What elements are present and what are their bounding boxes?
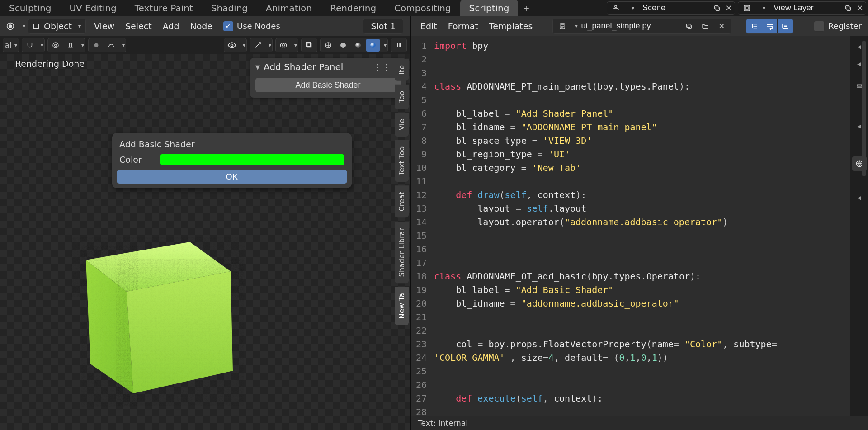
code-line[interactable]: bl_category = 'New Tab' bbox=[434, 161, 846, 175]
use-nodes-toggle[interactable]: ✓ Use Nodes bbox=[221, 21, 280, 31]
color-swatch[interactable] bbox=[160, 154, 344, 165]
code-line[interactable] bbox=[434, 66, 846, 80]
chevron-down-icon[interactable]: ▾ bbox=[23, 23, 25, 29]
n-panel-tab[interactable]: Shader Librar bbox=[395, 222, 409, 283]
scene-copy-icon[interactable] bbox=[711, 1, 723, 15]
shading-rendered-icon[interactable] bbox=[366, 39, 380, 52]
code-line[interactable]: def draw(self, context): bbox=[434, 188, 846, 202]
editor-type-icon[interactable] bbox=[4, 19, 17, 33]
code-line[interactable]: bl_label = "Add Shader Panel" bbox=[434, 107, 846, 120]
chevron-down-icon[interactable]: ▾ bbox=[243, 42, 245, 48]
curve-icon[interactable] bbox=[104, 39, 118, 52]
code-line[interactable]: bl_label = "Add Basic Shader" bbox=[434, 283, 846, 297]
chevron-left-icon[interactable]: ◂ bbox=[852, 190, 867, 204]
menu-edit[interactable]: Edit bbox=[415, 21, 443, 31]
code-line[interactable] bbox=[434, 364, 846, 378]
gizmo-icon[interactable] bbox=[251, 39, 264, 52]
n-panel-tab[interactable]: New Ta bbox=[395, 287, 409, 325]
code-line[interactable]: bl_region_type = 'UI' bbox=[434, 147, 846, 161]
code-line[interactable] bbox=[434, 242, 846, 256]
code-line[interactable]: 'COLOR_GAMMA' , size=4, default= (0,1,0,… bbox=[434, 351, 846, 364]
snap-icon[interactable] bbox=[23, 39, 37, 52]
code-line[interactable] bbox=[434, 310, 846, 324]
workspace-tab-shading[interactable]: Shading bbox=[202, 0, 257, 16]
menu-node[interactable]: Node bbox=[184, 21, 218, 31]
proportional-edit-icon[interactable] bbox=[49, 39, 62, 52]
menu-templates[interactable]: Templates bbox=[484, 21, 538, 31]
scene-name-input[interactable] bbox=[639, 3, 711, 13]
material-slot-dropdown[interactable]: Slot 1 bbox=[363, 19, 403, 34]
overlay-icon[interactable] bbox=[277, 39, 290, 52]
interaction-mode-dropdown[interactable]: Object ▾ bbox=[28, 19, 86, 34]
menu-format[interactable]: Format bbox=[443, 21, 484, 31]
pause-render-icon[interactable] bbox=[392, 39, 406, 52]
code-line[interactable]: bl_space_type = 'VIEW_3D' bbox=[434, 134, 846, 147]
chevron-down-icon[interactable]: ▾ bbox=[81, 42, 84, 48]
circle-icon[interactable] bbox=[90, 39, 103, 52]
text-file-selector[interactable]: ▾ ✕ bbox=[552, 19, 731, 34]
shading-solid-icon[interactable] bbox=[336, 39, 350, 52]
code-line[interactable]: bl_idname = "ADDONNAME_PT_main_panel" bbox=[434, 120, 846, 134]
shading-matprev-icon[interactable] bbox=[351, 39, 365, 52]
register-toggle[interactable]: Register bbox=[814, 21, 862, 32]
workspace-tab-sculpting[interactable]: Sculpting bbox=[0, 0, 60, 16]
workspace-tab-uv-editing[interactable]: UV Editing bbox=[60, 0, 125, 16]
line-numbers-toggle[interactable] bbox=[746, 19, 762, 33]
code-content[interactable]: import bpyclass ADDONNAME_PT_main_panel(… bbox=[430, 36, 850, 416]
n-panel-tab[interactable]: Creat bbox=[395, 185, 409, 217]
code-line[interactable]: layout = self.layout bbox=[434, 202, 846, 215]
n-panel-tab[interactable]: Too bbox=[395, 85, 409, 109]
code-line[interactable] bbox=[434, 405, 846, 416]
code-line[interactable]: def execute(self, context): bbox=[434, 392, 846, 405]
chevron-down-icon[interactable]: ▾ bbox=[269, 42, 271, 48]
shading-wireframe-icon[interactable] bbox=[321, 39, 335, 52]
text-datablock-icon[interactable] bbox=[556, 19, 569, 33]
menu-view[interactable]: View bbox=[89, 21, 120, 31]
code-line[interactable]: col = bpy.props.FloatVectorProperty(name… bbox=[434, 337, 846, 351]
code-line[interactable] bbox=[434, 256, 846, 269]
chevron-down-icon[interactable]: ▾ bbox=[294, 42, 297, 48]
code-line[interactable]: class ADDONNAME_PT_main_panel(bpy.types.… bbox=[434, 80, 846, 93]
n-panel-tab[interactable]: Ite bbox=[395, 59, 409, 81]
add-basic-shader-button[interactable]: Add Basic Shader bbox=[255, 78, 401, 92]
chevron-down-icon[interactable]: ▾ bbox=[41, 42, 43, 48]
code-area[interactable]: 1234567891011121314151617181920212223242… bbox=[411, 36, 868, 416]
ok-button[interactable]: OK bbox=[117, 170, 347, 184]
viewlayer-delete-icon[interactable]: ✕ bbox=[854, 1, 866, 15]
code-line[interactable]: layout.operator("addonname.addbasic_oper… bbox=[434, 215, 846, 229]
add-workspace-button[interactable]: ＋ bbox=[518, 0, 534, 16]
n-panel-tab[interactable]: Text Too bbox=[395, 140, 409, 182]
code-line[interactable] bbox=[434, 52, 846, 66]
viewlayer-copy-icon[interactable] bbox=[842, 1, 854, 15]
code-line[interactable]: bl_idname = "addonname.addbasic_operator… bbox=[434, 297, 846, 310]
scene-selector[interactable]: ▾ ✕ bbox=[607, 1, 735, 15]
workspace-tab-compositing[interactable]: Compositing bbox=[385, 0, 460, 16]
chevron-down-icon[interactable]: ▾ bbox=[575, 23, 577, 29]
syntax-highlight-toggle[interactable] bbox=[777, 19, 793, 33]
chevron-down-icon[interactable]: ▾ bbox=[384, 42, 387, 48]
viewlayer-name-input[interactable] bbox=[770, 3, 842, 13]
viewport-3d[interactable]: Rendering Done ▾ Add Shader Panel ⋮⋮⋮ Ad… bbox=[0, 54, 410, 430]
code-line[interactable] bbox=[434, 378, 846, 392]
folder-open-icon[interactable] bbox=[698, 19, 712, 33]
unlink-icon[interactable]: ✕ bbox=[715, 19, 728, 33]
text-copy-icon[interactable] bbox=[682, 19, 696, 33]
workspace-tab-rendering[interactable]: Rendering bbox=[321, 0, 385, 16]
scrollbar[interactable] bbox=[862, 41, 866, 176]
word-wrap-toggle[interactable] bbox=[762, 19, 777, 33]
menu-select[interactable]: Select bbox=[120, 21, 157, 31]
scene-delete-icon[interactable]: ✕ bbox=[723, 1, 735, 15]
workspace-tab-scripting[interactable]: Scripting bbox=[460, 0, 519, 16]
workspace-tab-animation[interactable]: Animation bbox=[257, 0, 321, 16]
code-line[interactable] bbox=[434, 229, 846, 242]
viewlayer-selector[interactable]: ▾ ✕ bbox=[738, 1, 866, 15]
pivot-dropdown[interactable]: al▾ bbox=[4, 39, 18, 52]
code-line[interactable]: import bpy bbox=[434, 39, 846, 52]
code-line[interactable] bbox=[434, 175, 846, 188]
n-panel-tab[interactable]: Vie bbox=[395, 113, 409, 137]
code-line[interactable]: class ADDONNAME_OT_add_basic(bpy.types.O… bbox=[434, 269, 846, 283]
falloff-icon[interactable] bbox=[64, 39, 77, 52]
code-line[interactable] bbox=[434, 93, 846, 107]
xray-icon[interactable] bbox=[302, 39, 316, 52]
collapse-arrow-icon[interactable]: ▾ bbox=[255, 61, 260, 72]
